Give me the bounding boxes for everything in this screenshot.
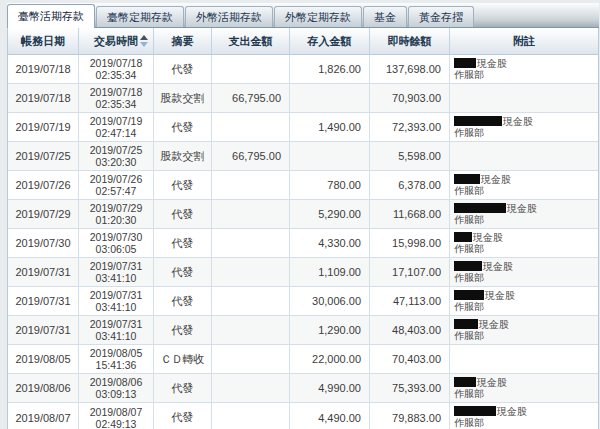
withdrawal-amount-cell: 66,795.00 [211, 84, 289, 112]
balance-cell: 6,378.00 [369, 171, 449, 199]
summary-cell: 代發 [153, 171, 211, 199]
transaction-time-cell: 2019/07/1802:35:34 [78, 55, 153, 83]
deposit-amount-cell [289, 142, 369, 170]
deposit-amount-cell: 4,490.00 [289, 403, 369, 429]
account-date-cell: 2019/08/05 [8, 345, 78, 373]
note-cell: 現金股作服部 [449, 316, 598, 344]
tab-0-active[interactable]: 臺幣活期存款 [7, 4, 95, 28]
transaction-time-cell: 2019/07/2901:20:30 [78, 200, 153, 228]
tab-1[interactable]: 臺幣定期存款 [96, 6, 184, 27]
withdrawal-amount-cell [211, 113, 289, 141]
account-date-cell: 2019/07/18 [8, 55, 78, 83]
withdrawal-amount-cell [211, 55, 289, 83]
account-date-cell: 2019/07/29 [8, 200, 78, 228]
tab-4[interactable]: 基金 [363, 6, 407, 27]
deposit-amount-cell: 1,826.00 [289, 55, 369, 83]
balance-cell: 72,393.00 [369, 113, 449, 141]
account-date-cell: 2019/07/19 [8, 113, 78, 141]
redaction-box [454, 174, 480, 184]
table-row: 2019/07/312019/07/3103:41:10代發30,006.004… [8, 287, 598, 316]
table-row: 2019/07/192019/07/1902:47:14代發1,490.0072… [8, 113, 598, 142]
note-cell [449, 142, 598, 170]
deposit-amount-cell: 30,006.00 [289, 287, 369, 315]
transaction-time-cell: 2019/08/0515:41:36 [78, 345, 153, 373]
balance-cell: 48,403.00 [369, 316, 449, 344]
column-header-label: 交易時間 [94, 34, 138, 49]
table-row: 2019/07/312019/07/3103:41:10代發1,109.0017… [8, 258, 598, 287]
balance-cell: 15,998.00 [369, 229, 449, 257]
note-cell: 現金股作服部 [449, 229, 598, 257]
column-header-4: 存入金額 [289, 28, 369, 54]
column-header-label: 附註 [513, 34, 535, 49]
account-type-tab-bar: 臺幣活期存款臺幣定期存款外幣活期存款外幣定期存款基金黃金存摺 [7, 3, 599, 28]
summary-cell: 代發 [153, 113, 211, 141]
table-row: 2019/07/182019/07/1802:35:34代發1,826.0013… [8, 55, 598, 84]
tab-2[interactable]: 外幣活期存款 [185, 6, 273, 27]
transactions-body: 2019/07/182019/07/1802:35:34代發1,826.0013… [8, 55, 598, 429]
redaction-box [454, 377, 476, 387]
withdrawal-amount-cell [211, 258, 289, 286]
withdrawal-amount-cell [211, 200, 289, 228]
table-row: 2019/07/262019/07/2602:57:47代發780.006,37… [8, 171, 598, 200]
note-cell [449, 345, 598, 373]
column-header-1[interactable]: 交易時間 [78, 28, 153, 54]
summary-cell: 股款交割 [153, 84, 211, 112]
withdrawal-amount-cell [211, 316, 289, 344]
deposit-amount-cell: 1,290.00 [289, 316, 369, 344]
deposit-amount-cell: 780.00 [289, 171, 369, 199]
transactions-table: 帳務日期交易時間摘要支出金額存入金額即時餘額附註 2019/07/182019/… [7, 28, 599, 429]
summary-cell: 代發 [153, 258, 211, 286]
account-activity-panel: 臺幣活期存款臺幣定期存款外幣活期存款外幣定期存款基金黃金存摺 帳務日期交易時間摘… [0, 0, 600, 429]
withdrawal-amount-cell: 66,795.00 [211, 142, 289, 170]
redaction-box [454, 319, 478, 329]
column-header-label: 支出金額 [229, 34, 273, 49]
table-row: 2019/07/302019/07/3003:06:05代發4,330.0015… [8, 229, 598, 258]
withdrawal-amount-cell [211, 345, 289, 373]
note-cell: 現金股作服部 [449, 200, 598, 228]
account-date-cell: 2019/08/07 [8, 403, 78, 429]
deposit-amount-cell: 1,109.00 [289, 258, 369, 286]
column-header-label: 即時餘額 [388, 34, 432, 49]
transaction-time-cell: 2019/07/3103:41:10 [78, 287, 153, 315]
withdrawal-amount-cell [211, 374, 289, 402]
deposit-amount-cell: 5,290.00 [289, 200, 369, 228]
column-header-5: 即時餘額 [369, 28, 449, 54]
transaction-time-cell: 2019/07/2602:57:47 [78, 171, 153, 199]
transaction-time-cell: 2019/07/1802:35:34 [78, 84, 153, 112]
summary-cell: 代發 [153, 55, 211, 83]
balance-cell: 70,403.00 [369, 345, 449, 373]
table-row: 2019/07/182019/07/1802:35:34股款交割66,795.0… [8, 84, 598, 113]
balance-cell: 11,668.00 [369, 200, 449, 228]
account-date-cell: 2019/07/18 [8, 84, 78, 112]
tab-3[interactable]: 外幣定期存款 [274, 6, 362, 27]
redaction-box [454, 406, 496, 416]
column-header-2: 摘要 [153, 28, 211, 54]
transaction-time-cell: 2019/07/1902:47:14 [78, 113, 153, 141]
summary-cell: ＣＤ轉收 [153, 345, 211, 373]
table-row: 2019/08/052019/08/0515:41:36ＣＤ轉收22,000.0… [8, 345, 598, 374]
summary-cell: 代發 [153, 287, 211, 315]
account-date-cell: 2019/07/31 [8, 316, 78, 344]
transaction-time-cell: 2019/07/3103:41:10 [78, 316, 153, 344]
sort-arrows-icon[interactable] [140, 35, 148, 47]
balance-cell: 17,107.00 [369, 258, 449, 286]
note-cell: 現金股作服部 [449, 403, 598, 429]
summary-cell: 代發 [153, 403, 211, 429]
redaction-box [454, 232, 472, 242]
deposit-amount-cell [289, 84, 369, 112]
account-date-cell: 2019/07/30 [8, 229, 78, 257]
column-header-label: 帳務日期 [21, 34, 65, 49]
table-row: 2019/07/312019/07/3103:41:10代發1,290.0048… [8, 316, 598, 345]
tab-5[interactable]: 黃金存摺 [408, 6, 474, 27]
balance-cell: 47,113.00 [369, 287, 449, 315]
column-header-label: 存入金額 [308, 34, 352, 49]
withdrawal-amount-cell [211, 229, 289, 257]
table-row: 2019/07/292019/07/2901:20:30代發5,290.0011… [8, 200, 598, 229]
transaction-time-cell: 2019/07/3103:41:10 [78, 258, 153, 286]
table-header-row: 帳務日期交易時間摘要支出金額存入金額即時餘額附註 [8, 28, 598, 55]
withdrawal-amount-cell [211, 403, 289, 429]
account-date-cell: 2019/07/25 [8, 142, 78, 170]
column-header-3: 支出金額 [211, 28, 289, 54]
note-cell: 現金股作服部 [449, 258, 598, 286]
account-date-cell: 2019/07/31 [8, 287, 78, 315]
